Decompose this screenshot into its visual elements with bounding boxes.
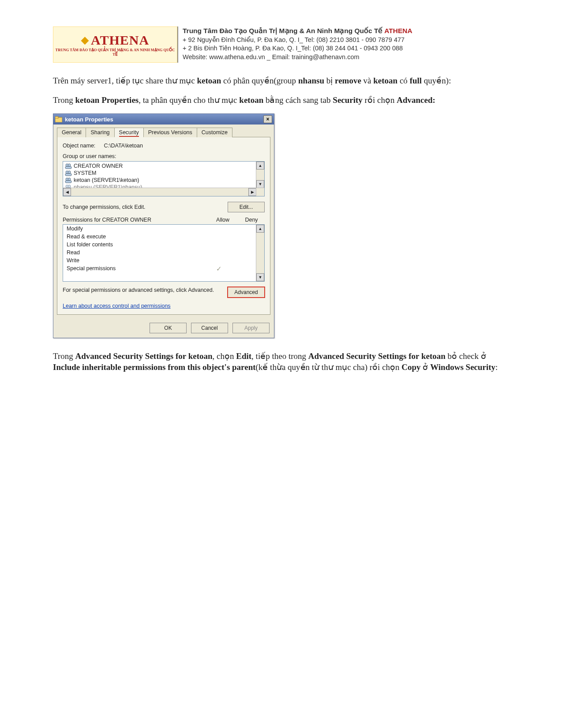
- edit-button[interactable]: Edit...: [228, 202, 265, 212]
- permissions-list[interactable]: Modify Read & execute List folder conten…: [63, 224, 265, 282]
- scroll-track[interactable]: [256, 170, 264, 180]
- close-button[interactable]: ×: [263, 115, 272, 123]
- svg-rect-10: [65, 181, 71, 183]
- list-item-label: CREATOR OWNER: [74, 163, 123, 169]
- scroll-track[interactable]: [71, 188, 248, 196]
- security-tab-pane: Object name: C:\DATA\ketoan Group or use…: [57, 137, 270, 314]
- svg-point-3: [68, 164, 71, 166]
- users-icon: [65, 163, 72, 169]
- dialog-footer: OK Cancel Apply: [53, 318, 274, 338]
- permission-row: Write: [63, 256, 256, 264]
- group-users-label: Group or user names:: [63, 153, 265, 159]
- scroll-up-icon[interactable]: ▲: [256, 162, 264, 170]
- logo-subtitle: TRUNG TÂM ĐÀO TẠO QUẢN TRỊ MẠNG & AN NIN…: [53, 48, 177, 57]
- permissions-vertical-scrollbar[interactable]: ▲ ▼: [256, 225, 264, 281]
- permission-name: List folder contents: [67, 241, 203, 248]
- svg-rect-4: [65, 166, 71, 169]
- advanced-button[interactable]: Advanced: [228, 287, 265, 298]
- logo-title: ATHENA: [91, 33, 149, 48]
- scroll-down-icon[interactable]: ▼: [256, 273, 264, 281]
- paragraph-3: Trong Advanced Security Settings for ket…: [53, 351, 509, 373]
- permission-name: Read & execute: [67, 234, 203, 240]
- permissions-for-label: Permissions for CREATOR OWNER: [63, 217, 207, 223]
- diamond-icon: ◆: [81, 34, 89, 46]
- deny-column-header: Deny: [238, 217, 265, 223]
- folder-icon: [55, 116, 62, 122]
- paragraph-1: Trên máy server1, tiếp tục share thư mục…: [53, 75, 509, 87]
- cancel-button[interactable]: Cancel: [191, 323, 228, 333]
- scrollbar-corner: [256, 188, 264, 196]
- permission-row: Read: [63, 249, 256, 256]
- object-name-label: Object name:: [63, 143, 102, 149]
- object-name-row: Object name: C:\DATA\ketoan: [63, 143, 265, 149]
- properties-dialog: ketoan Properties × General Sharing Secu…: [53, 113, 274, 338]
- advanced-hint: For special permissions or advanced sett…: [63, 287, 223, 293]
- tab-general[interactable]: General: [57, 128, 86, 137]
- group-users-listbox[interactable]: CREATOR OWNER SYSTEM ketoan (SERVER1\ket…: [63, 161, 265, 196]
- svg-rect-7: [65, 174, 71, 176]
- list-item-label: ketoan (SERVER1\ketoan): [74, 177, 139, 183]
- list-item[interactable]: SYSTEM: [64, 170, 255, 177]
- header-banner: ◆ ATHENA TRUNG TÂM ĐÀO TẠO QUẢN TRỊ MẠNG…: [53, 26, 509, 63]
- check-icon: ✓: [203, 265, 234, 272]
- athena-logo: ◆ ATHENA TRUNG TÂM ĐÀO TẠO QUẢN TRỊ MẠNG…: [53, 26, 177, 63]
- tab-previous-versions[interactable]: Previous Versions: [143, 128, 197, 137]
- dialog-title: ketoan Properties: [65, 116, 263, 123]
- list-item[interactable]: CREATOR OWNER: [64, 162, 255, 170]
- svg-point-9: [68, 178, 71, 181]
- permission-row: List folder contents: [63, 241, 256, 249]
- permission-name: Read: [67, 249, 203, 256]
- users-icon: [65, 170, 72, 176]
- scroll-up-icon[interactable]: ▲: [256, 225, 264, 233]
- scroll-track[interactable]: [256, 233, 264, 273]
- apply-button[interactable]: Apply: [232, 323, 270, 333]
- object-name-value: C:\DATA\ketoan: [104, 143, 142, 149]
- banner-line1: Trung Tâm Đào Tạo Quản Trị Mạng & An Nin…: [183, 26, 509, 36]
- permission-name: Write: [67, 257, 203, 264]
- permission-name: Special permissions: [67, 265, 203, 272]
- allow-column-header: Allow: [207, 217, 238, 223]
- listbox-horizontal-scrollbar[interactable]: ◀ ▶: [63, 188, 256, 196]
- tab-sharing[interactable]: Sharing: [86, 128, 114, 137]
- svg-point-6: [68, 171, 71, 174]
- banner-line2: + 92 Nguyễn Đình Chiểu, P. Đa Kao, Q. I_…: [183, 36, 509, 45]
- svg-rect-1: [55, 117, 58, 118]
- banner-line3: + 2 Bis Đinh Tiên Hoàng, P. Đa Kao, Q. I…: [183, 44, 509, 53]
- learn-about-permissions-link[interactable]: Learn about access control and permissio…: [63, 303, 171, 309]
- banner-line4: Website: www.athena.edu.vn _ Email: trai…: [183, 53, 509, 62]
- scroll-left-icon[interactable]: ◀: [63, 188, 71, 196]
- users-icon: [65, 177, 72, 183]
- banner-brand-name: ATHENA: [384, 27, 412, 34]
- permission-row: Modify: [63, 225, 256, 233]
- listbox-vertical-scrollbar[interactable]: ▲ ▼: [256, 162, 264, 188]
- permission-row: Read & execute: [63, 233, 256, 241]
- ok-button[interactable]: OK: [150, 323, 187, 333]
- tab-strip: General Sharing Security Previous Versio…: [53, 124, 274, 137]
- tab-security[interactable]: Security: [114, 128, 144, 137]
- scroll-right-icon[interactable]: ▶: [248, 188, 256, 196]
- permission-name: Modify: [67, 226, 203, 232]
- banner-text: Trung Tâm Đào Tạo Quản Trị Mạng & An Nin…: [177, 26, 509, 63]
- paragraph-2: Trong ketoan Properties, ta phân quyền c…: [53, 94, 509, 106]
- list-item[interactable]: ketoan (SERVER1\ketoan): [64, 177, 255, 184]
- permission-row: Special permissions ✓: [63, 264, 256, 273]
- logo-title-row: ◆ ATHENA: [81, 33, 149, 48]
- scroll-down-icon[interactable]: ▼: [256, 180, 264, 188]
- change-permissions-hint: To change permissions, click Edit.: [63, 204, 146, 210]
- list-item-label: SYSTEM: [74, 170, 96, 176]
- tab-customize[interactable]: Customize: [197, 128, 232, 137]
- dialog-title-bar[interactable]: ketoan Properties ×: [53, 114, 274, 124]
- banner-line1-prefix: Trung Tâm Đào Tạo Quản Trị Mạng & An Nin…: [183, 27, 384, 34]
